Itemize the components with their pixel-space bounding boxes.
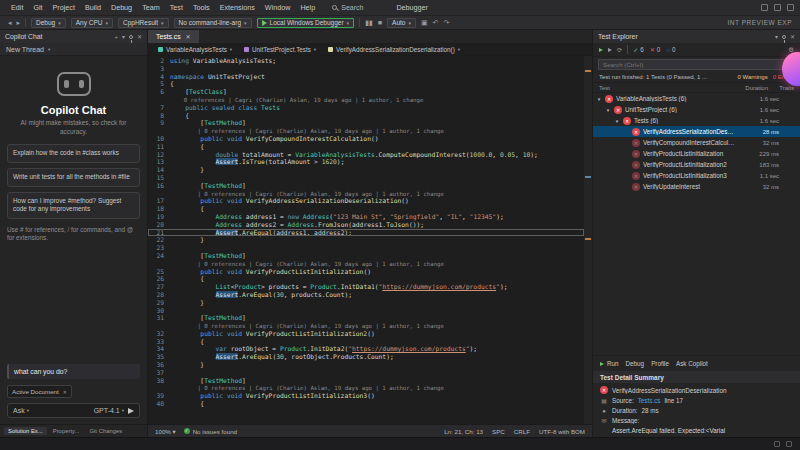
menu-item-build[interactable]: Build bbox=[80, 1, 106, 14]
menu-item-git[interactable]: Git bbox=[28, 1, 47, 14]
platform-dropdown[interactable]: Any CPU▾ bbox=[71, 18, 113, 28]
code-line[interactable]: | 0 references | Cagri (Charlie) Aslan, … bbox=[148, 322, 584, 330]
code-line[interactable]: 38 [TestMethod] bbox=[148, 377, 584, 385]
menu-item-help[interactable]: Help bbox=[295, 1, 320, 14]
code-line[interactable]: 3 bbox=[148, 65, 584, 73]
code-line[interactable]: 23 bbox=[148, 244, 584, 252]
action-ask-copilot-button[interactable]: Ask Copilot bbox=[676, 360, 708, 367]
code-line[interactable]: 19 Address address1 = new Address("123 M… bbox=[148, 213, 584, 221]
action-debug-button[interactable]: Debug bbox=[626, 360, 645, 367]
code-line[interactable]: 12 double totalAmount = VariableAnalysis… bbox=[148, 151, 584, 159]
column-header-duration[interactable]: Duration bbox=[726, 85, 768, 91]
editor-tab-tests[interactable]: Tests.cs ✕ bbox=[148, 30, 199, 43]
stop-icon[interactable]: ■ bbox=[378, 19, 382, 26]
pin-icon[interactable] bbox=[129, 35, 133, 39]
menu-item-extensions[interactable]: Extensions bbox=[215, 1, 260, 14]
breadcrumb-item[interactable]: VariableAnalysisTests▾ bbox=[158, 46, 232, 53]
failure-message[interactable]: Assert.AreEqual failed. Expected:<Varial bbox=[600, 427, 793, 434]
code-line[interactable]: 9 [TestMethod] bbox=[148, 119, 584, 127]
code-line[interactable]: 31 [TestMethod] bbox=[148, 314, 584, 322]
source-file-link[interactable]: Tests.cs bbox=[638, 397, 661, 404]
codelens-annotation[interactable]: | 0 references | Cagri (Charlie) Aslan, … bbox=[170, 261, 444, 267]
configuration-dropdown[interactable]: Debug▾ bbox=[31, 18, 66, 28]
indentation-mode[interactable]: SPC bbox=[492, 428, 505, 435]
bell-icon[interactable] bbox=[774, 441, 780, 447]
code-line[interactable]: 33 { bbox=[148, 338, 584, 346]
menu-item-test[interactable]: Test bbox=[165, 1, 188, 14]
code-line[interactable]: 14 } bbox=[148, 166, 584, 174]
run-all-icon[interactable] bbox=[599, 48, 603, 52]
code-line[interactable]: 27 List<Product> products = Product.Init… bbox=[148, 283, 584, 291]
code-line[interactable]: | 0 references | Cagri (Charlie) Aslan, … bbox=[148, 127, 584, 135]
code-line[interactable]: 13 Assert.IsTrue(totalAmount > 1620); bbox=[148, 158, 584, 166]
menu-item-team[interactable]: Team bbox=[137, 1, 165, 14]
ask-mode-dropdown[interactable]: Ask ▾ bbox=[13, 407, 29, 414]
chat-input[interactable]: Ask ▾ GPT-4.1 ▾ bbox=[7, 403, 140, 418]
codelens-annotation[interactable]: 0 references | Cagri (Charlie) Aslan, 19… bbox=[170, 97, 423, 103]
notifications-icon[interactable] bbox=[774, 4, 781, 11]
startup-project-dropdown[interactable]: CppHResult▾ bbox=[118, 18, 169, 28]
line-ending[interactable]: CRLF bbox=[514, 428, 530, 435]
tool-window-tab[interactable]: Solution Ex... bbox=[4, 427, 47, 435]
menu-item-project[interactable]: Project bbox=[48, 1, 80, 14]
code-line[interactable]: 7 public sealed class Tests bbox=[148, 104, 584, 112]
close-icon[interactable]: ✕ bbox=[137, 33, 142, 40]
code-line[interactable]: 35 Assert.AreEqual(30, rootObject.Produc… bbox=[148, 353, 584, 361]
code-line[interactable]: 10 public void VerifyCompoundInterestCal… bbox=[148, 135, 584, 143]
code-line[interactable]: 2using VariableAnalysisTests; bbox=[148, 57, 584, 65]
tool-window-tab[interactable]: Git Changes bbox=[85, 427, 126, 435]
save-icon[interactable]: ▣ bbox=[421, 19, 428, 26]
close-icon[interactable]: ✕ bbox=[790, 33, 795, 40]
code-line[interactable]: 18 { bbox=[148, 205, 584, 213]
action-profile-button[interactable]: Profile bbox=[651, 360, 669, 367]
code-line[interactable]: 36 } bbox=[148, 361, 584, 369]
run-icon[interactable] bbox=[608, 48, 612, 52]
thread-selector[interactable]: New Thread ▾ bbox=[0, 43, 147, 56]
menu-item-edit[interactable]: Edit bbox=[6, 1, 28, 14]
code-line[interactable]: 24 [TestMethod] bbox=[148, 252, 584, 260]
new-chat-icon[interactable]: + bbox=[114, 34, 118, 40]
layout-icon[interactable] bbox=[787, 4, 794, 11]
column-header-traits[interactable]: Traits bbox=[768, 85, 794, 91]
code-line[interactable]: 37 bbox=[148, 369, 584, 377]
redo-icon[interactable]: ↷ bbox=[443, 19, 449, 26]
copilot-suggestion[interactable]: How can I improve #method? Suggest code … bbox=[7, 192, 140, 219]
code-line[interactable]: 15 bbox=[148, 174, 584, 182]
warnings-count[interactable]: 0 Warnings bbox=[738, 74, 768, 80]
chevron-down-icon[interactable]: ▾ bbox=[122, 33, 125, 40]
encoding[interactable]: UTF-8 with BOM bbox=[539, 428, 585, 435]
test-tree-row[interactable]: ▾✕Tests (6)1.6 sec bbox=[593, 115, 800, 126]
start-debugging-button[interactable]: Local Windows Debugger ▾ bbox=[257, 18, 355, 28]
chevron-icon[interactable]: ▾ bbox=[596, 96, 602, 102]
zoom-level[interactable]: 100% ▾ bbox=[155, 428, 176, 435]
code-line[interactable]: 29 } bbox=[148, 299, 584, 307]
close-icon[interactable]: ✕ bbox=[63, 389, 67, 395]
action-run-button[interactable]: Run bbox=[600, 360, 619, 367]
code-line[interactable]: 0 references | Cagri (Charlie) Aslan, 19… bbox=[148, 96, 584, 104]
feedback-icon[interactable] bbox=[786, 441, 792, 447]
cursor-position[interactable]: Ln: 21, Ch: 13 bbox=[444, 428, 483, 435]
test-tree-row[interactable]: ▾✕UnitTestProject (6)1.6 sec bbox=[593, 104, 800, 115]
code-line[interactable]: 11 { bbox=[148, 143, 584, 151]
code-line[interactable]: 39 public void VerifyProductListInitiali… bbox=[148, 392, 584, 400]
pause-icon[interactable]: ▮▮ bbox=[365, 19, 373, 26]
code-line[interactable]: 26 { bbox=[148, 275, 584, 283]
code-line[interactable]: 4namespace UnitTestProject bbox=[148, 73, 584, 81]
code-line[interactable]: 16 [TestMethod] bbox=[148, 182, 584, 190]
back-icon[interactable]: ◂ bbox=[8, 19, 12, 26]
test-tree-row[interactable]: ▾✕VariableAnalysisTests (6)1.6 sec bbox=[593, 93, 800, 104]
test-tree-row[interactable]: ✕VerifyCompoundInterestCalcula...32 ms bbox=[593, 137, 800, 148]
code-line[interactable]: 25 public void VerifyProductListInitiali… bbox=[148, 268, 584, 276]
search-box[interactable]: Search bbox=[332, 4, 363, 11]
codelens-annotation[interactable]: | 0 references | Cagri (Charlie) Aslan, … bbox=[170, 385, 444, 391]
code-line[interactable]: 32 public void VerifyProductListInitiali… bbox=[148, 330, 584, 338]
editor-scrollbar[interactable] bbox=[584, 56, 592, 424]
model-dropdown[interactable]: GPT-4.1 ▾ bbox=[94, 407, 124, 414]
repeat-run-icon[interactable]: ⟳ bbox=[617, 46, 622, 53]
code-line[interactable]: 34 var rootObject = Product.InitData2("h… bbox=[148, 345, 584, 353]
menu-item-tools[interactable]: Tools bbox=[188, 1, 215, 14]
code-line[interactable]: 17 public void VerifyAddressSerializatio… bbox=[148, 197, 584, 205]
account-icon[interactable] bbox=[761, 4, 768, 11]
tool-window-tab[interactable]: Property... bbox=[49, 427, 84, 435]
code-line[interactable]: 6 [TestClass] bbox=[148, 88, 584, 96]
